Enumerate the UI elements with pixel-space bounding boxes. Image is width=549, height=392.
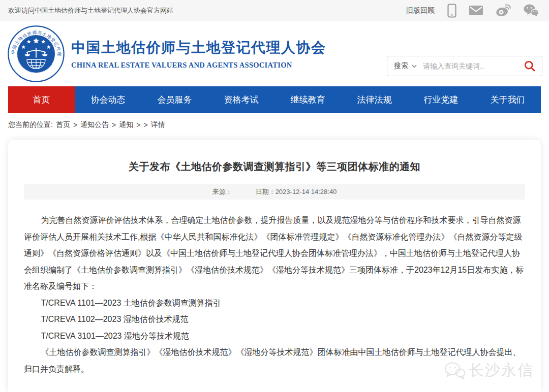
nav-item-about-us[interactable]: 关于我们 [474, 86, 541, 113]
article-card: 关于发布《土地估价参数调查测算指引》等三项团体标准的通知 来源： 日期：2023… [8, 140, 541, 392]
breadcrumb-notices[interactable]: 通知公告 [80, 120, 109, 129]
breadcrumb-separator: > [73, 121, 77, 129]
breadcrumb-label: 您当前的位置: [8, 120, 53, 129]
search-button[interactable] [524, 60, 535, 72]
article-date: 日期：2023-12-14 14:28:40 [256, 187, 337, 197]
org-name-cn: 中国土地估价师与土地登记代理人协会 [71, 38, 326, 57]
weibo-icon[interactable] [496, 4, 511, 17]
breadcrumb-notice[interactable]: 通知 [119, 120, 133, 129]
article-date-label: 日期： [256, 188, 276, 195]
nav-item-home[interactable]: 首页 [8, 86, 75, 113]
mail-icon[interactable] [469, 6, 483, 15]
old-version-link[interactable]: 旧版回顾 [406, 6, 435, 15]
article-meta-bar: 来源： 日期：2023-12-14 14:28:40 [24, 184, 525, 200]
breadcrumb-current: 详情 [151, 120, 165, 129]
nav-item-party-building[interactable]: 行业党建 [408, 86, 474, 113]
breadcrumb-separator: > [143, 121, 147, 129]
welcome-text: 欢迎访问中国土地估价师与土地登记代理人协会官方网站 [8, 6, 173, 15]
article-source: 来源： [212, 187, 232, 197]
main-nav: 首页 协会动态 会员服务 资格考试 继续教育 法律法规 行业党建 关于我们 [8, 86, 541, 113]
wechat-icon[interactable] [524, 4, 539, 17]
nav-item-continuing-education[interactable]: 继续教育 [274, 86, 341, 113]
nav-item-qualification-exam[interactable]: 资格考试 [208, 86, 274, 113]
breadcrumb-home[interactable]: 首页 [56, 120, 70, 129]
top-utility-bar: 欢迎访问中国土地估价师与土地登记代理人协会官方网站 旧版回顾 [0, 0, 549, 21]
breadcrumb-separator: > [136, 121, 140, 129]
org-name-en: CHINA REAL ESTATE VALUERS AND AGENTS ASS… [71, 61, 326, 70]
breadcrumb: 您当前的位置: 首页 > 通知公告 > 通知 > > 详情 [0, 113, 549, 129]
nav-item-association-news[interactable]: 协会动态 [75, 86, 141, 113]
article-paragraph: 《土地估价参数调查测算指引》《湿地估价技术规范》《湿地分等技术规范》团体标准由中… [24, 344, 525, 377]
org-name-block: 中国土地估价师与土地登记代理人协会 CHINA REAL ESTATE VALU… [71, 38, 326, 70]
nav-item-member-services[interactable]: 会员服务 [141, 86, 208, 113]
article-body: 为完善自然资源评价评估技术体系，合理确定土地估价参数，提升报告质量，以及规范湿地… [24, 212, 525, 377]
standard-item: T/CREVA 1101—2023 土地估价参数调查测算指引 [24, 295, 525, 312]
breadcrumb-separator: > [112, 121, 116, 129]
chevron-down-icon [412, 64, 417, 68]
topbar-links: 旧版回顾 [406, 4, 539, 18]
standard-item: T/CREVA 1102—2023 湿地估价技术规范 [24, 311, 525, 328]
association-logo[interactable]: 中国土地估价师与土地登记代理人协会 CHINA REAL ESTATE VALU… [7, 25, 65, 83]
search-type-select[interactable]: 搜索 [394, 61, 417, 71]
standard-item: T/CREVA 3101—2023 湿地分等技术规范 [24, 328, 525, 345]
search-icon [524, 60, 535, 72]
search-type-label: 搜索 [394, 61, 408, 71]
mobile-phone-icon[interactable] [447, 4, 456, 18]
search-input[interactable] [423, 62, 524, 70]
search-box: 搜索 [387, 56, 542, 76]
article-date-value: 2023-12-14 14:28:40 [276, 188, 337, 195]
nav-item-laws-regulations[interactable]: 法律法规 [341, 86, 408, 113]
site-header: 中国土地估价师与土地登记代理人协会 CHINA REAL ESTATE VALU… [0, 21, 549, 86]
article-title: 关于发布《土地估价参数调查测算指引》等三项团体标准的通知 [24, 140, 525, 174]
article-paragraph: 为完善自然资源评价评估技术体系，合理确定土地估价参数，提升报告质量，以及规范湿地… [24, 212, 525, 295]
